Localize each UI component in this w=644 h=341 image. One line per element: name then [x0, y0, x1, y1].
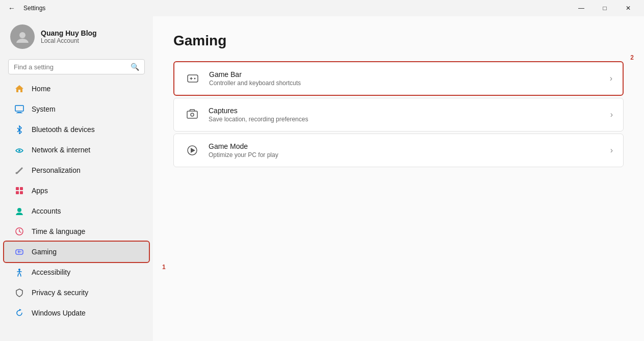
sidebar-item-label-privacy: Privacy & security — [32, 288, 88, 297]
svg-rect-8 — [16, 191, 19, 194]
sidebar-item-gaming[interactable]: Gaming — [4, 242, 149, 262]
sidebar-item-accounts[interactable]: Accounts — [4, 201, 149, 221]
main-content: Gaming 2 Game Bar Controller and k — [153, 16, 644, 341]
settings-item-game-bar[interactable]: Game Bar Controller and keyboard shortcu… — [173, 61, 624, 96]
back-button[interactable]: ← — [4, 2, 19, 14]
sidebar-item-label-personalization: Personalization — [32, 166, 81, 174]
svg-point-0 — [19, 32, 25, 38]
user-name: Quang Huy Blog — [41, 29, 97, 37]
search-input[interactable] — [14, 63, 126, 71]
sidebar-item-time[interactable]: Time & language — [4, 221, 149, 242]
user-info: Quang Huy Blog Local Account — [41, 29, 97, 44]
sidebar-item-home[interactable]: Home — [4, 78, 149, 99]
game-bar-title: Game Bar — [209, 70, 602, 78]
svg-rect-1 — [15, 106, 23, 111]
sidebar-item-privacy[interactable]: Privacy & security — [4, 282, 149, 303]
sidebar-item-network[interactable]: Network & internet — [4, 140, 149, 160]
game-bar-icon — [185, 70, 201, 87]
bluetooth-icon — [14, 124, 24, 135]
sidebar-item-label-update: Windows Update — [32, 309, 86, 317]
system-icon — [14, 104, 24, 114]
label-1: 1 — [162, 264, 166, 271]
settings-item-captures[interactable]: Captures Save location, recording prefer… — [173, 98, 624, 132]
svg-point-5 — [16, 172, 18, 174]
home-icon — [14, 84, 24, 94]
game-mode-text: Game Mode Optimize your PC for play — [209, 142, 602, 159]
avatar — [10, 24, 35, 49]
title-bar-title: Settings — [23, 5, 45, 12]
sidebar-item-label-time: Time & language — [32, 227, 85, 235]
svg-rect-15 — [188, 75, 198, 82]
svg-rect-6 — [16, 187, 19, 190]
search-icon: 🔍 — [131, 63, 139, 71]
sidebar-item-accessibility[interactable]: Accessibility — [4, 262, 149, 282]
privacy-icon — [14, 287, 24, 298]
game-mode-chevron: › — [610, 146, 613, 155]
sidebar: Quang Huy Blog Local Account 🔍 Home — [0, 16, 153, 341]
svg-rect-9 — [20, 191, 23, 194]
search-box[interactable]: 🔍 — [8, 59, 145, 74]
time-icon — [14, 226, 24, 237]
game-bar-text: Game Bar Controller and keyboard shortcu… — [209, 70, 602, 87]
sidebar-item-label-gaming: Gaming — [32, 248, 57, 256]
page-title: Gaming — [173, 33, 624, 49]
user-account-type: Local Account — [41, 37, 97, 44]
game-mode-icon — [184, 142, 200, 159]
sidebar-item-apps[interactable]: Apps — [4, 180, 149, 201]
game-bar-chevron: › — [610, 74, 612, 83]
minimize-button[interactable]: — — [570, 0, 593, 16]
network-icon — [14, 145, 24, 155]
gaming-icon — [14, 247, 24, 257]
personalization-icon — [14, 165, 24, 175]
sidebar-item-label-bluetooth: Bluetooth & devices — [32, 125, 95, 134]
close-button[interactable]: ✕ — [616, 0, 640, 16]
svg-point-13 — [20, 251, 21, 252]
svg-point-4 — [18, 150, 20, 152]
captures-desc: Save location, recording preferences — [209, 116, 602, 123]
sidebar-item-system[interactable]: System — [4, 99, 149, 119]
svg-point-16 — [194, 78, 196, 80]
svg-rect-3 — [16, 113, 22, 113]
user-section: Quang Huy Blog Local Account — [0, 16, 153, 57]
title-bar: ← Settings — □ ✕ — [0, 0, 644, 16]
maximize-button[interactable]: □ — [593, 0, 616, 16]
game-mode-title: Game Mode — [209, 142, 602, 150]
apps-icon — [14, 186, 24, 196]
svg-rect-7 — [20, 187, 23, 190]
sidebar-item-label-network: Network & internet — [32, 146, 90, 154]
update-icon — [14, 308, 24, 318]
sidebar-item-personalization[interactable]: Personalization — [4, 160, 149, 180]
captures-chevron: › — [610, 110, 613, 119]
sidebar-nav: Home System Bluetooth & — [0, 78, 153, 323]
app-body: Quang Huy Blog Local Account 🔍 Home — [0, 16, 644, 341]
svg-rect-17 — [187, 111, 197, 118]
label-2: 2 — [630, 54, 634, 61]
sidebar-item-update[interactable]: Windows Update — [4, 303, 149, 323]
accessibility-icon — [14, 267, 24, 277]
svg-point-18 — [191, 113, 194, 116]
sidebar-item-label-apps: Apps — [32, 187, 48, 195]
sidebar-item-bluetooth[interactable]: Bluetooth & devices — [4, 119, 149, 140]
title-bar-controls: — □ ✕ — [570, 0, 640, 16]
sidebar-item-label-accessibility: Accessibility — [32, 268, 70, 276]
sidebar-item-label-accounts: Accounts — [32, 207, 61, 215]
sidebar-item-label-home: Home — [32, 85, 50, 93]
settings-list: 2 Game Bar Controller and keyboard short… — [173, 61, 624, 167]
captures-icon — [184, 107, 200, 123]
captures-title: Captures — [209, 107, 602, 115]
svg-point-10 — [17, 208, 21, 212]
title-bar-left: ← Settings — [4, 2, 45, 14]
sidebar-item-label-system: System — [32, 105, 56, 113]
game-mode-desc: Optimize your PC for play — [209, 151, 602, 159]
captures-text: Captures Save location, recording prefer… — [209, 107, 602, 123]
game-bar-desc: Controller and keyboard shortcuts — [209, 80, 602, 87]
accounts-icon — [14, 206, 24, 216]
settings-item-game-mode[interactable]: Game Mode Optimize your PC for play › — [173, 134, 624, 167]
